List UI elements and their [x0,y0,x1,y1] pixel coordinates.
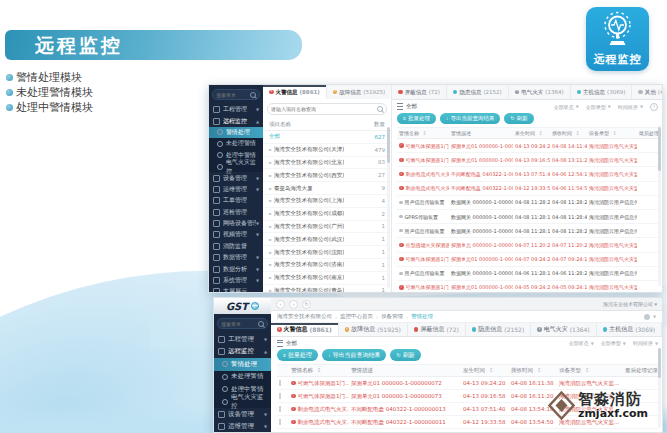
sidebar-item-设备管理[interactable]: 设备管理▼ [209,172,263,183]
table-row[interactable]: !剩余电流式电气火灾...不间断配电盘 040322-1-00000001104… [397,182,658,196]
forward-icon[interactable]: › [289,300,298,309]
batch-process-button[interactable]: ≡ 批量处理 [277,349,318,361]
sidebar-item-消防监督[interactable]: 消防监督 [209,241,263,252]
column-header-警情描述[interactable]: 警情描述 [349,367,461,374]
table-row[interactable]: !可燃气体探测器1门...探测单元01 000000-1-00000007304… [397,153,658,167]
sidebar-item-网络设备管理[interactable]: 网络设备管理▼ [209,218,263,229]
account-name[interactable]: 海湾安全技术有限公司 ▾ [603,301,657,307]
sidebar-subitem-警情处理[interactable]: 警情处理 [214,358,271,371]
column-header-接收时间[interactable]: 接收时间 ↕ [509,367,557,374]
breadcrumb-item[interactable]: 海湾安全技术有限公司 [277,313,332,320]
column-header-最后处理记录[interactable]: 最后处理记录 [623,367,658,374]
tree-row[interactable]: ►海湾安全技术有限公司(成都)2 [263,208,391,221]
sidebar-subitem-电气火灾监控[interactable]: 电气火灾监控 [209,161,263,172]
tab-故障信息[interactable]: !故障信息(51925) [327,85,392,99]
tab-电气火灾[interactable]: !电气火灾(1364) [531,323,596,336]
help-icon[interactable]: ? [650,103,658,111]
tree-row[interactable]: 全部627 [263,131,391,144]
sidebar-subitem-未处理警情[interactable]: 未处理警情 [214,371,271,384]
sidebar-item-视频管理[interactable]: 视频管理▼ [209,229,263,240]
table-row[interactable]: !可燃气体探测器1门...探测单元01 000000-1-00000007204… [397,253,658,267]
refresh-button[interactable]: ↻ 刷新 [390,349,420,361]
breadcrumb-item[interactable]: 监控中心首页 [340,313,373,320]
tab-其他[interactable]: 其他(46117) [632,85,662,99]
sidebar-item-工程管理[interactable]: 工程管理▼ [209,104,263,115]
table-row[interactable]: !点型感烟火灾探测器...探测单元 000000-1-00000000204-0… [397,238,658,252]
sidebar-subitem-未处理警情[interactable]: 未处理警情 [209,138,263,149]
expand-icon[interactable]: ► [269,262,272,267]
tab-隐患信息[interactable]: 隐患信息(2152) [466,323,531,336]
tab-火警信息[interactable]: !火警信息(8861) [271,323,339,336]
project-search-input[interactable] [271,106,371,112]
column-header-发生时间[interactable]: 发生时间 ↕ [513,130,550,136]
tree-row[interactable]: ►海湾安全技术有限公司(青岛)1 [263,285,391,293]
tab-火警信息[interactable]: !火警信息(8861) [263,85,327,99]
filter-status[interactable]: 全部状态 ▼ [554,104,579,110]
table-scrollbar-thumb[interactable] [658,127,661,171]
expand-icon[interactable]: ► [269,186,272,191]
sort-icon[interactable]: ↕ [535,367,544,373]
expand-icon[interactable]: ► [269,288,272,293]
expand-icon[interactable]: ► [269,237,272,242]
sidebar-item-远程监控[interactable]: 远程监控▲ [214,346,271,359]
sidebar-search-input[interactable] [221,321,253,327]
sidebar-item-数据管理[interactable]: 数据管理▼ [209,252,263,263]
table-row[interactable]: 用户信息传输装置数据网关 000000-1-00000000704-06 11:… [397,267,658,281]
tree-row[interactable]: ►海湾安全技术有限公司(广州)1 [263,221,391,234]
column-header-警情描述[interactable]: 警情描述 [449,130,513,136]
row-checkbox[interactable] [279,393,281,399]
filter-type[interactable]: 全部类型 ▼ [586,104,611,110]
sidebar-item-巡检管理[interactable]: 巡检管理 [209,207,263,218]
sidebar-item-大屏展示[interactable]: 大屏展示 [209,286,263,292]
sidebar-item-系统管理[interactable]: 系统管理▼ [209,275,263,286]
tab-故障信息[interactable]: !故障信息(51925) [339,323,408,336]
expand-icon[interactable]: ► [269,211,272,216]
filter-sort[interactable]: 时间排序 ▼ [633,340,658,346]
sidebar-item-工单管理[interactable]: 工单管理 [209,195,263,206]
breadcrumb-item[interactable]: 设备管理 [381,313,403,320]
expand-icon[interactable]: ► [269,160,272,165]
tree-row[interactable]: ►海湾安全技术有限公司(天津)479 [263,144,391,157]
tab-屏蔽信息[interactable]: 屏蔽信息(72) [392,85,447,99]
column-header-警情名称[interactable]: 警情名称 ↕ [397,130,449,136]
table-row[interactable]: !可燃气体探测器1门...探测单元01 000000-1-00000007204… [277,377,658,390]
expand-icon[interactable]: ► [269,224,272,229]
tab-屏蔽信息[interactable]: 屏蔽信息(72) [408,323,466,336]
sidebar-item-远程监控[interactable]: 远程监控▲ [209,115,263,126]
column-header-最后处理记录[interactable]: 最后处理记录 [637,130,658,136]
sidebar-item-运维管理[interactable]: 运维管理▼ [214,421,271,433]
sidebar-item-设备管理[interactable]: 设备管理▼ [214,408,271,421]
column-header-接收时间[interactable]: 接收时间 ↕ [550,130,587,136]
filter-type[interactable]: 全部类型 ▼ [601,340,626,346]
expand-icon[interactable]: ► [269,275,272,280]
table-row[interactable]: !可燃气体探测器1门...探测单元01 000000-1-00000007204… [397,139,658,153]
sidebar-search[interactable] [212,89,260,100]
column-header-设备类型[interactable]: 设备类型 ↕ [557,367,623,374]
row-checkbox[interactable] [279,419,281,425]
expand-icon[interactable]: ► [269,173,272,178]
sort-icon[interactable]: ↕ [611,130,619,136]
column-header-发生时间[interactable]: 发生时间 ↕ [461,367,509,374]
filter-status[interactable]: 全部状态 ▼ [569,340,594,346]
tree-row[interactable]: ►海湾安全技术有限公司(济南)1 [263,259,391,272]
row-checkbox[interactable] [279,406,281,412]
sort-icon[interactable]: ↕ [583,367,592,373]
table-scrollbar[interactable] [658,125,661,286]
batch-process-button[interactable]: ≡ 批量处理 [397,113,436,124]
view-toggle[interactable]: 全部 [277,340,297,347]
back-icon[interactable]: ‹ [276,300,285,309]
expand-icon[interactable]: ► [269,147,272,152]
tree-scrollbar-thumb[interactable] [387,127,390,163]
column-header-设备类型[interactable]: 设备类型 ↕ [587,130,637,136]
sidebar-subitem-电气火灾监控[interactable]: 电气火灾监控 [214,396,271,409]
sidebar-search[interactable] [217,318,268,329]
export-button[interactable]: ↓ 导出当前查询结果 [322,349,387,361]
tree-row[interactable]: ►秦皇岛海湾大厦9 [263,182,391,195]
tree-row[interactable]: ►海湾安全技术有限公司(南京)1 [263,272,391,285]
tree-scrollbar[interactable] [387,127,390,288]
sidebar-search-input[interactable] [216,92,248,98]
refresh-button[interactable]: ↻ 刷新 [504,113,533,124]
table-scrollbar[interactable] [658,348,661,428]
tab-主机信息[interactable]: 主机信息(3069) [597,323,662,336]
reload-icon[interactable]: ↻ [302,300,311,309]
